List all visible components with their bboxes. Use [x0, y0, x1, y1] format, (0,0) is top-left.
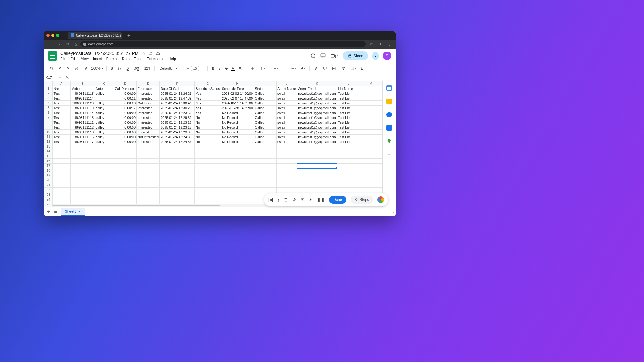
- cell[interactable]: [95, 144, 114, 149]
- cell[interactable]: swati: [277, 96, 297, 101]
- cell[interactable]: [194, 144, 221, 149]
- cell[interactable]: Call Duration: [114, 86, 137, 91]
- cell[interactable]: [297, 168, 337, 173]
- cell[interactable]: Agent Name: [277, 86, 297, 91]
- sheets-logo-icon[interactable]: [48, 51, 57, 61]
- menu-format[interactable]: Format: [106, 57, 118, 61]
- url-field[interactable]: docs.google.com: [80, 41, 366, 47]
- cell[interactable]: Test List: [337, 110, 360, 115]
- cell[interactable]: Note: [95, 86, 114, 91]
- cell[interactable]: Interested: [137, 91, 160, 96]
- cell[interactable]: [277, 173, 297, 178]
- cell[interactable]: [254, 159, 277, 164]
- horizontal-align-button[interactable]: ≡▾: [273, 66, 279, 71]
- cell[interactable]: 8698111119: [70, 106, 95, 110]
- cell[interactable]: No: [194, 139, 221, 144]
- cell[interactable]: [297, 149, 337, 154]
- cell[interactable]: [221, 144, 254, 149]
- cell[interactable]: [277, 164, 297, 168]
- row-header[interactable]: 9: [44, 125, 53, 130]
- up-step-button[interactable]: ↑: [277, 197, 280, 202]
- cell[interactable]: Interested: [137, 106, 160, 110]
- steps-counter[interactable]: 32 Steps: [351, 196, 373, 204]
- cell[interactable]: [160, 197, 195, 202]
- cell[interactable]: calley: [95, 130, 114, 135]
- cell[interactable]: [337, 149, 360, 154]
- row-header[interactable]: 8: [44, 120, 53, 125]
- row-header[interactable]: 7: [44, 115, 53, 120]
- cell[interactable]: No Record: [221, 115, 254, 120]
- cell[interactable]: [160, 183, 195, 188]
- cell[interactable]: [160, 149, 195, 154]
- cell[interactable]: Called: [254, 135, 277, 139]
- row-header[interactable]: 3: [44, 96, 53, 101]
- cell[interactable]: Status: [254, 86, 277, 91]
- cell[interactable]: [70, 183, 95, 188]
- cell[interactable]: [194, 178, 221, 183]
- cell[interactable]: No Record: [221, 125, 254, 130]
- cell[interactable]: [137, 154, 160, 159]
- contacts-icon[interactable]: [386, 125, 392, 131]
- cell[interactable]: [95, 188, 114, 192]
- cell[interactable]: [137, 144, 160, 149]
- cell[interactable]: Test: [53, 115, 70, 120]
- cell[interactable]: [360, 101, 382, 106]
- row-header[interactable]: 12: [44, 139, 53, 144]
- cell[interactable]: [95, 154, 114, 159]
- cell[interactable]: [221, 183, 254, 188]
- cell[interactable]: [70, 168, 95, 173]
- cell[interactable]: 0:00:09: [114, 115, 137, 120]
- undo-button[interactable]: ↶: [57, 66, 63, 71]
- menu-edit[interactable]: Edit: [70, 57, 77, 61]
- paint-format-button[interactable]: [82, 66, 89, 71]
- corner-cell[interactable]: [44, 81, 53, 86]
- cell[interactable]: [254, 144, 277, 149]
- cell[interactable]: 0:00:00: [114, 130, 137, 135]
- cell[interactable]: [160, 154, 195, 159]
- column-header[interactable]: I: [254, 81, 277, 86]
- side-panel-toggle-icon[interactable]: ›: [392, 210, 394, 214]
- pause-button[interactable]: ❚❚: [317, 197, 325, 202]
- cell[interactable]: [337, 159, 360, 164]
- cell[interactable]: Interested: [137, 125, 160, 130]
- cell[interactable]: [114, 183, 137, 188]
- cell[interactable]: calley: [95, 125, 114, 130]
- cell[interactable]: Test: [53, 110, 70, 115]
- cell[interactable]: 2025-01-24 12:23:18: [160, 125, 195, 130]
- cell[interactable]: [53, 173, 70, 178]
- cell[interactable]: Test List: [337, 106, 360, 110]
- cell[interactable]: [95, 149, 114, 154]
- cell[interactable]: [70, 188, 95, 192]
- row-header[interactable]: 15: [44, 154, 53, 159]
- cell[interactable]: [297, 178, 337, 183]
- cell[interactable]: newuitest1@yopmail.com: [297, 96, 337, 101]
- row-header[interactable]: 19: [44, 173, 53, 178]
- bold-button[interactable]: B: [211, 66, 216, 71]
- cell[interactable]: Yes: [194, 96, 221, 101]
- cell[interactable]: 0:00:23: [114, 101, 137, 106]
- cell[interactable]: No: [194, 115, 221, 120]
- cell[interactable]: [277, 183, 297, 188]
- forward-button[interactable]: →: [56, 41, 62, 47]
- cell[interactable]: newuitest1@yopmail.com: [297, 101, 337, 106]
- cell[interactable]: [160, 164, 195, 168]
- row-header[interactable]: 6: [44, 110, 53, 115]
- calendar-icon[interactable]: [386, 85, 392, 91]
- cell[interactable]: [114, 159, 137, 164]
- cell[interactable]: [360, 178, 382, 183]
- cell[interactable]: [221, 197, 254, 202]
- cell[interactable]: [277, 149, 297, 154]
- menu-file[interactable]: File: [60, 57, 66, 61]
- name-box[interactable]: K17 ▼: [44, 74, 63, 81]
- cell[interactable]: [360, 120, 382, 125]
- cell[interactable]: [221, 173, 254, 178]
- cell[interactable]: [194, 183, 221, 188]
- cell[interactable]: 2025-01-24 12:23:35: [160, 130, 195, 135]
- cell[interactable]: Interested: [137, 110, 160, 115]
- cell[interactable]: swati: [277, 115, 297, 120]
- cell[interactable]: [137, 159, 160, 164]
- cell[interactable]: [277, 154, 297, 159]
- cell[interactable]: 0:00:11: [114, 96, 137, 101]
- cell[interactable]: 8698111114: [70, 110, 95, 115]
- cell[interactable]: [254, 173, 277, 178]
